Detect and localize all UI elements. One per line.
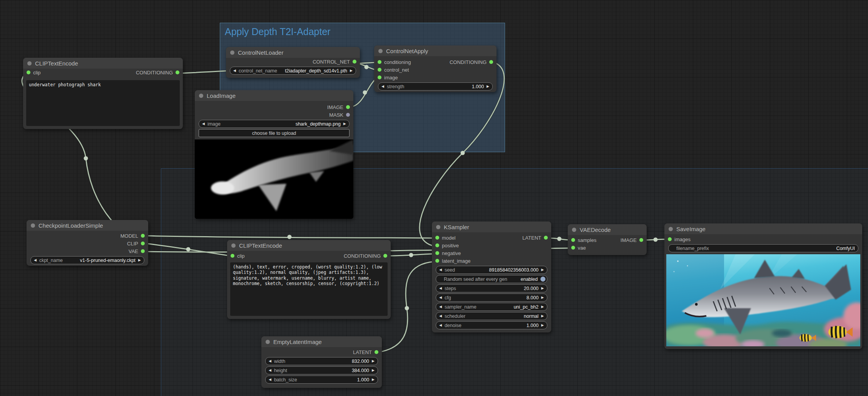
node-cliptextencode-negative[interactable]: CLIPTextEncode clip CONDITIONING (hands)… — [227, 240, 391, 319]
scheduler-widget[interactable]: ◀ scheduler normal ▶ — [436, 312, 547, 320]
next-value-arrow-icon[interactable]: ▶ — [372, 378, 375, 381]
prev-value-arrow-icon[interactable]: ◀ — [439, 324, 442, 327]
prompt-textarea[interactable]: underwater photograph shark — [26, 80, 180, 126]
port-dot-icon[interactable] — [378, 60, 381, 64]
positive-input-port[interactable]: positive — [435, 243, 459, 248]
strength-widget[interactable]: ◀ strength 1.000 ▶ — [378, 82, 493, 91]
prev-value-arrow-icon[interactable]: ◀ — [34, 258, 37, 262]
collapse-dot-icon[interactable] — [669, 227, 673, 231]
node-title-bar[interactable]: ControlNetLoader — [226, 47, 360, 58]
image-output-port[interactable]: IMAGE — [620, 237, 643, 243]
node-title-bar[interactable]: EmptyLatentImage — [261, 336, 382, 347]
node-controlnetloader[interactable]: ControlNetLoader CONTROL_NET ◀ control_n… — [226, 47, 360, 78]
choose-file-button[interactable]: choose file to upload — [199, 129, 350, 137]
node-title-bar[interactable]: ControlNetApply — [374, 45, 497, 56]
node-emptylatentimage[interactable]: EmptyLatentImage LATENT ◀ width 832.000 … — [261, 336, 382, 388]
image-output-port[interactable]: IMAGE — [327, 104, 350, 110]
mask-output-port[interactable]: MASK — [329, 112, 350, 118]
prompt-textarea[interactable]: (hands), text, error, cropped, (worst qu… — [230, 262, 388, 316]
node-checkpointloadersimple[interactable]: CheckpointLoaderSimple MODEL CLIP VAE ◀ … — [27, 220, 148, 266]
port-dot-icon[interactable] — [231, 254, 234, 258]
random-seed-toggle-widget[interactable]: Random seed after every gen enabled — [436, 275, 547, 283]
node-vaedecode[interactable]: VAEDecode samples IMAGE vae — [568, 224, 647, 255]
next-value-arrow-icon[interactable]: ▶ — [343, 122, 346, 126]
collapse-dot-icon[interactable] — [199, 94, 203, 98]
node-cliptextencode-positive[interactable]: CLIPTextEncode clip CONDITIONING underwa… — [23, 58, 183, 129]
prev-value-arrow-icon[interactable]: ◀ — [439, 314, 442, 318]
prev-value-arrow-icon[interactable]: ◀ — [269, 378, 271, 381]
node-saveimage[interactable]: SaveImage images filename_prefix ComfyUI — [664, 223, 862, 349]
cfg-widget[interactable]: ◀ cfg 8.000 ▶ — [436, 294, 547, 302]
prev-value-arrow-icon[interactable]: ◀ — [233, 69, 236, 72]
height-widget[interactable]: ◀ height 384.000 ▶ — [265, 366, 378, 374]
next-value-arrow-icon[interactable]: ▶ — [541, 314, 544, 318]
port-dot-icon[interactable] — [489, 60, 493, 64]
port-dot-icon[interactable] — [544, 236, 548, 240]
next-value-arrow-icon[interactable]: ▶ — [541, 324, 544, 327]
latent-image-input-port[interactable]: latent_image — [435, 258, 470, 264]
port-dot-icon[interactable] — [435, 236, 439, 240]
port-dot-icon[interactable] — [141, 242, 145, 245]
denoise-widget[interactable]: ◀ denoise 1.000 ▶ — [436, 321, 547, 329]
port-dot-icon[interactable] — [668, 237, 672, 241]
seed-widget[interactable]: ◀ seed 891858402356003.000 ▶ — [436, 266, 547, 274]
node-ksampler[interactable]: KSampler model LATENT positive negative … — [432, 221, 551, 332]
port-dot-icon[interactable] — [435, 251, 439, 255]
vae-output-port[interactable]: VAE — [129, 248, 145, 254]
port-dot-icon[interactable] — [27, 70, 30, 74]
conditioning-output-port[interactable]: CONDITIONING — [450, 59, 493, 65]
collapse-dot-icon[interactable] — [266, 340, 270, 344]
port-dot-icon[interactable] — [375, 350, 378, 354]
node-title-bar[interactable]: LoadImage — [195, 90, 353, 101]
node-loadimage[interactable]: LoadImage IMAGE MASK ◀ image shark_depth… — [195, 90, 353, 219]
port-dot-icon[interactable] — [435, 259, 439, 263]
port-dot-icon[interactable] — [346, 105, 350, 109]
conditioning-output-port[interactable]: CONDITIONING — [136, 70, 179, 76]
node-title-bar[interactable]: SaveImage — [664, 223, 862, 234]
prev-value-arrow-icon[interactable]: ◀ — [439, 305, 442, 309]
clip-output-port[interactable]: CLIP — [127, 241, 145, 247]
vae-input-port[interactable]: vae — [571, 245, 586, 251]
prev-value-arrow-icon[interactable]: ◀ — [439, 296, 442, 299]
node-title-bar[interactable]: CLIPTextEncode — [227, 240, 391, 251]
latent-output-port[interactable]: LATENT — [522, 235, 548, 241]
next-value-arrow-icon[interactable]: ▶ — [541, 287, 544, 290]
node-title-bar[interactable]: CLIPTextEncode — [23, 58, 183, 69]
port-dot-icon[interactable] — [383, 254, 387, 258]
collapse-dot-icon[interactable] — [31, 223, 35, 228]
port-dot-icon[interactable] — [141, 249, 145, 253]
samples-input-port[interactable]: samples — [571, 237, 596, 243]
next-value-arrow-icon[interactable]: ▶ — [372, 359, 375, 363]
sampler-name-widget[interactable]: ◀ sampler_name uni_pc_bh2 ▶ — [436, 303, 547, 311]
port-dot-icon[interactable] — [571, 238, 575, 242]
image-input-port[interactable]: image — [378, 75, 398, 81]
collapse-dot-icon[interactable] — [27, 61, 32, 65]
next-value-arrow-icon[interactable]: ▶ — [541, 268, 544, 272]
node-title-bar[interactable]: KSampler — [432, 221, 551, 232]
next-value-arrow-icon[interactable]: ▶ — [372, 369, 375, 372]
collapse-dot-icon[interactable] — [231, 243, 236, 248]
port-dot-icon[interactable] — [176, 70, 179, 74]
prev-value-arrow-icon[interactable]: ◀ — [269, 369, 271, 372]
port-dot-icon[interactable] — [571, 246, 575, 250]
next-value-arrow-icon[interactable]: ▶ — [350, 69, 353, 72]
conditioning-output-port[interactable]: CONDITIONING — [344, 253, 387, 259]
images-input-port[interactable]: images — [668, 237, 691, 242]
image-file-widget[interactable]: ◀ image shark_depthmap.png ▶ — [199, 120, 350, 128]
latent-output-port[interactable]: LATENT — [353, 349, 378, 355]
next-value-arrow-icon[interactable]: ▶ — [541, 296, 544, 299]
next-value-arrow-icon[interactable]: ▶ — [138, 258, 141, 262]
batch-size-widget[interactable]: ◀ batch_size 1.000 ▶ — [265, 376, 378, 384]
port-dot-icon[interactable] — [378, 76, 381, 79]
collapse-dot-icon[interactable] — [572, 228, 576, 232]
port-dot-icon[interactable] — [353, 60, 356, 64]
port-dot-icon[interactable] — [346, 113, 350, 117]
control-net-input-port[interactable]: control_net — [378, 67, 409, 73]
node-controlnetapply[interactable]: ControlNetApply conditioning CONDITIONIN… — [374, 45, 497, 92]
prev-value-arrow-icon[interactable]: ◀ — [202, 122, 205, 126]
steps-widget[interactable]: ◀ steps 20.000 ▶ — [436, 284, 547, 292]
port-dot-icon[interactable] — [141, 234, 145, 238]
model-input-port[interactable]: model — [435, 235, 455, 241]
next-value-arrow-icon[interactable]: ▶ — [487, 85, 489, 88]
conditioning-input-port[interactable]: conditioning — [378, 59, 411, 65]
